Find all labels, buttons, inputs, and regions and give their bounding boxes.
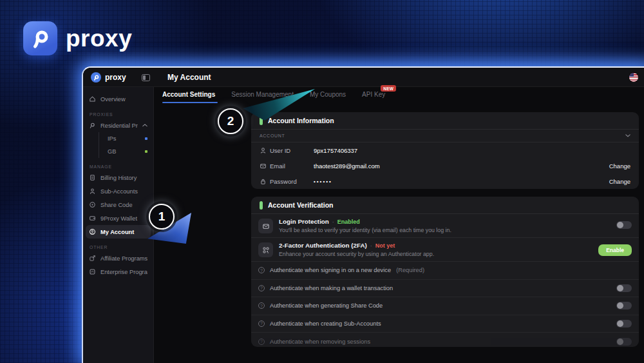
account-group-row[interactable]: ACCOUNT: [251, 130, 639, 142]
user-circle-icon: [89, 228, 96, 235]
feature-description: You'll be asked to verify your identity …: [279, 227, 611, 233]
window-header: proxy My Account: [83, 68, 644, 87]
sidebar-item-9proxy-wallet[interactable]: 9Proxy Wallet: [83, 211, 153, 225]
separator-dot: ·: [332, 219, 334, 225]
sidebar-item-enterprise-programs[interactable]: Enterprise Programs: [83, 265, 153, 279]
sidebar-item-residential-proxies[interactable]: Residential Proxies: [83, 119, 153, 132]
user-id-row: User ID 9px1757406337: [251, 142, 639, 158]
question-icon: ?: [258, 320, 265, 327]
screenshot-root: proxy proxy My Account Overview: [0, 0, 644, 363]
residential-proxies-sublist: IPs GB: [99, 132, 153, 158]
panel-title: Account Verification: [268, 201, 334, 209]
question-icon: ?: [258, 338, 265, 345]
brand-logo: proxy: [23, 21, 132, 55]
auth-share-code-toggle[interactable]: [616, 302, 632, 309]
option-label: Authenticate when removing sessions: [270, 338, 370, 345]
sidebar: Overview PROXIES Residential Proxies IPs…: [83, 87, 154, 363]
sidebar-item-affiliate-programs[interactable]: Affiliate Programs: [83, 251, 153, 265]
email-row: Email thaotest289@gmail.com Change: [251, 158, 639, 173]
auth-wallet-transaction-toggle[interactable]: [616, 284, 632, 292]
green-pill-icon: [260, 201, 263, 210]
sidebar-collapse-icon[interactable]: [142, 74, 150, 81]
sidebar-item-sub-accounts[interactable]: Sub-Accounts: [83, 184, 153, 198]
sidebar-item-label: My Account: [100, 229, 147, 235]
login-protection-text: Login Protection · Enabled You'll be ask…: [279, 218, 611, 233]
account-group-label: ACCOUNT: [260, 133, 285, 138]
field-label: User ID: [270, 147, 305, 154]
sidebar-subitem-label: IPs: [108, 135, 116, 142]
user-id-value: 9px1757406337: [314, 147, 357, 154]
ips-indicator-dot: [145, 137, 147, 140]
enterprise-icon: [89, 268, 96, 275]
users-icon: [89, 188, 96, 195]
field-label: Password: [270, 178, 305, 185]
qr-code-icon: [258, 242, 273, 257]
toggle-knob: [617, 338, 623, 345]
auth-sub-accounts-toggle[interactable]: [616, 320, 632, 328]
sidebar-logo-text: proxy: [105, 73, 126, 82]
account-verification-panel: Account Verification Login Protection · …: [251, 197, 639, 347]
sidebar-item-share-code[interactable]: Share Code: [83, 198, 153, 211]
sidebar-item-label: Residential Proxies: [100, 123, 138, 129]
sidebar-item-label: Enterprise Programs: [100, 269, 147, 275]
toggle-knob: [617, 320, 623, 327]
sidebar-item-my-account[interactable]: My Account: [86, 225, 151, 239]
panel-title: Account Information: [268, 117, 334, 124]
option-label: Authenticate when creating Sub-Accounts: [270, 320, 381, 327]
toggle-knob: [617, 302, 623, 309]
sidebar-item-label: Affiliate Programs: [100, 255, 147, 262]
us-flag-icon[interactable]: [629, 73, 638, 82]
residential-proxies-icon: [89, 122, 96, 129]
sidebar-logo: proxy: [91, 72, 126, 83]
feature-title: Login Protection: [279, 218, 329, 225]
tab-api-key[interactable]: API Key NEW: [362, 91, 385, 103]
change-password-link[interactable]: Change: [609, 178, 630, 185]
change-email-link[interactable]: Change: [609, 162, 630, 170]
question-icon: ?: [258, 302, 265, 309]
sidebar-section-proxies: PROXIES: [83, 106, 153, 119]
auth-removing-sessions-toggle[interactable]: [616, 338, 632, 346]
sidebar-section-manage: MANAGE: [83, 158, 153, 171]
document-icon: [89, 174, 96, 181]
two-factor-control: Enable: [598, 243, 632, 256]
login-protection-row: Login Protection · Enabled You'll be ask…: [251, 214, 639, 238]
chevron-down-icon: [625, 134, 630, 137]
enable-2fa-button[interactable]: Enable: [598, 244, 632, 256]
auth-share-code-row: ? Authenticate when generating Share Cod…: [251, 297, 639, 315]
field-label: Email: [270, 162, 305, 170]
sidebar-item-label: Share Code: [100, 202, 147, 208]
tab-account-settings[interactable]: Account Settings: [162, 91, 215, 103]
email-value: thaotest289@gmail.com: [314, 162, 380, 170]
sidebar-item-billing-history[interactable]: Billing History: [83, 171, 153, 184]
nine-glyph-icon: [93, 74, 100, 81]
login-protection-toggle[interactable]: [616, 221, 632, 229]
user-icon: [260, 147, 270, 154]
account-information-header: Account Information: [251, 112, 639, 130]
two-factor-row: 2-Factor Authentication (2FA) · Not yet …: [251, 238, 639, 262]
tab-my-coupons[interactable]: My Coupons: [310, 91, 346, 103]
account-verification-header: Account Verification: [251, 197, 639, 214]
auth-sub-accounts-row: ? Authenticate when creating Sub-Account…: [251, 315, 639, 333]
gb-indicator-dot: [145, 150, 147, 153]
password-row: Password •••••• Change: [251, 173, 639, 189]
home-icon: [89, 95, 96, 103]
auth-wallet-transaction-row: ? Authenticate when making a wallet tran…: [251, 280, 639, 298]
account-information-panel: Account Information ACCOUNT User ID 9px1…: [251, 112, 639, 189]
auth-new-device-row: ? Authenticate when signing in on a new …: [251, 262, 639, 280]
affiliate-icon: [89, 255, 96, 262]
tab-label: API Key: [362, 91, 385, 98]
lock-icon: [260, 178, 270, 185]
sidebar-item-label: Sub-Accounts: [100, 188, 147, 195]
feature-description: Enhance your account security by using a…: [279, 251, 592, 257]
option-label: Authenticate when generating Share Code: [270, 302, 383, 309]
brand-logo-text: proxy: [66, 25, 132, 52]
mail-shield-icon: [258, 219, 273, 233]
nine-glyph-icon: [30, 28, 52, 50]
sidebar-subitem-ips[interactable]: IPs: [99, 132, 153, 145]
annotation-step-1: 1: [149, 204, 175, 230]
sidebar-item-overview[interactable]: Overview: [83, 92, 153, 106]
separator-dot: ·: [370, 242, 372, 249]
sidebar-item-label: Overview: [100, 96, 147, 103]
two-factor-text: 2-Factor Authentication (2FA) · Not yet …: [279, 242, 592, 257]
sidebar-subitem-gb[interactable]: GB: [99, 145, 153, 158]
